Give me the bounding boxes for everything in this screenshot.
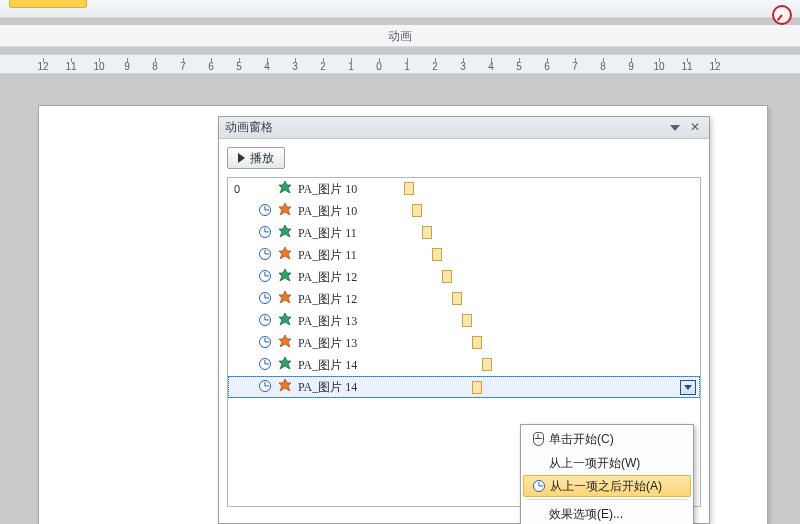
ribbon-bar <box>0 0 800 18</box>
entrance-star-icon <box>278 313 292 327</box>
mouse-icon-wrap <box>527 432 549 446</box>
timeline-bar[interactable] <box>472 336 482 349</box>
entrance-star-icon <box>278 357 292 371</box>
ruler-segment: 2 <box>309 55 337 74</box>
animation-row[interactable]: PA_图片 12 <box>228 288 700 310</box>
ruler-segment: 3 <box>449 55 477 74</box>
animation-row[interactable]: PA_图片 11 <box>228 244 700 266</box>
animation-row-sequence: 0 <box>234 183 256 195</box>
animation-row-name: PA_图片 14 <box>296 379 384 396</box>
emphasis-star-icon <box>278 203 292 217</box>
start-after-previous-icon <box>256 380 274 395</box>
play-button[interactable]: 播放 <box>227 147 285 169</box>
animation-row[interactable]: PA_图片 12 <box>228 266 700 288</box>
start-options-menu: 单击开始(C)从上一项开始(W)从上一项之后开始(A)效果选项(E)... <box>520 424 694 524</box>
ruler-segment: 6 <box>533 55 561 74</box>
animation-row[interactable]: PA_图片 10 <box>228 200 700 222</box>
effect-icon <box>274 335 296 352</box>
animation-row-name: PA_图片 12 <box>296 291 404 308</box>
start-after-previous-icon <box>256 336 274 351</box>
ruler-number: 2 <box>309 61 337 72</box>
clock-icon <box>259 336 271 348</box>
clock-icon <box>259 292 271 304</box>
effect-icon <box>274 291 296 308</box>
animation-row[interactable]: PA_图片 14 <box>228 354 700 376</box>
ruler-number: 7 <box>561 61 589 72</box>
clock-icon <box>259 226 271 238</box>
clock-icon <box>259 358 271 370</box>
ribbon-group-label-row: 动画 <box>0 25 800 47</box>
animation-row[interactable]: PA_图片 11 <box>228 222 700 244</box>
animation-pane-titlebar: 动画窗格 ✕ <box>219 117 709 139</box>
ruler-segment: 8 <box>141 55 169 74</box>
menu-item-label: 效果选项(E)... <box>549 506 683 523</box>
animation-row-name: PA_图片 14 <box>296 357 404 374</box>
emphasis-star-icon <box>278 291 292 305</box>
timeline-area <box>404 200 700 222</box>
timeline-area <box>404 178 700 200</box>
timeline-area <box>404 222 700 244</box>
timeline-bar[interactable] <box>432 248 442 261</box>
pane-menu-button[interactable] <box>667 120 683 136</box>
ruler-segment: 5 <box>505 55 533 74</box>
mouse-icon <box>533 432 544 446</box>
timeline-area <box>404 244 700 266</box>
ruler-number: 5 <box>505 61 533 72</box>
menu-item-label: 从上一项之后开始(A) <box>550 478 682 495</box>
emphasis-star-icon <box>278 335 292 349</box>
timeline-bar[interactable] <box>422 226 432 239</box>
animation-row[interactable]: PA_图片 14 <box>228 376 700 398</box>
menu-item[interactable]: 从上一项开始(W) <box>523 451 691 475</box>
ruler-segment: 4 <box>253 55 281 74</box>
menu-item[interactable]: 效果选项(E)... <box>523 502 691 524</box>
ruler-number: 10 <box>85 61 113 72</box>
start-after-previous-icon <box>256 292 274 307</box>
ribbon-timing-icon[interactable] <box>772 5 792 25</box>
start-after-previous-icon <box>256 248 274 263</box>
animation-row[interactable]: PA_图片 13 <box>228 310 700 332</box>
start-after-previous-icon <box>256 358 274 373</box>
menu-item[interactable]: 单击开始(C) <box>523 427 691 451</box>
timeline-bar[interactable] <box>472 381 482 394</box>
timeline-area <box>384 377 680 397</box>
start-after-previous-icon <box>256 270 274 285</box>
timeline-bar[interactable] <box>442 270 452 283</box>
animation-row-name: PA_图片 13 <box>296 335 404 352</box>
timeline-area <box>404 332 700 354</box>
ruler-number: 3 <box>281 61 309 72</box>
animation-row[interactable]: 0PA_图片 10 <box>228 178 700 200</box>
ruler-segment: 1 <box>337 55 365 74</box>
pane-close-button[interactable]: ✕ <box>687 120 703 136</box>
clock-icon <box>259 314 271 326</box>
animation-row-name: PA_图片 10 <box>296 181 404 198</box>
ruler-segment: 12 <box>29 55 57 74</box>
ruler-segment: 9 <box>617 55 645 74</box>
ruler-number: 11 <box>57 61 85 72</box>
ruler-number: 9 <box>113 61 141 72</box>
timeline-area <box>404 310 700 332</box>
menu-item-label: 单击开始(C) <box>549 431 683 448</box>
ruler-number: 3 <box>449 61 477 72</box>
ruler-number: 4 <box>253 61 281 72</box>
timeline-bar[interactable] <box>412 204 422 217</box>
animation-row[interactable]: PA_图片 13 <box>228 332 700 354</box>
emphasis-star-icon <box>278 247 292 261</box>
menu-separator <box>527 499 687 500</box>
ruler-number: 12 <box>701 61 729 72</box>
chevron-down-icon <box>670 125 680 131</box>
timeline-bar[interactable] <box>482 358 492 371</box>
start-after-previous-icon <box>256 226 274 241</box>
timeline-bar[interactable] <box>404 182 414 195</box>
ruler-segment: 10 <box>645 55 673 74</box>
ruler-number: 9 <box>617 61 645 72</box>
timeline-bar[interactable] <box>452 292 462 305</box>
entrance-star-icon <box>278 181 292 195</box>
effect-icon <box>274 203 296 220</box>
row-dropdown-button[interactable] <box>680 380 696 395</box>
ruler-number: 0 <box>365 61 393 72</box>
ruler-segment: 0 <box>365 55 393 74</box>
entrance-star-icon <box>278 225 292 239</box>
timeline-bar[interactable] <box>462 314 472 327</box>
menu-item[interactable]: 从上一项之后开始(A) <box>523 475 691 497</box>
clock-icon <box>259 248 271 260</box>
